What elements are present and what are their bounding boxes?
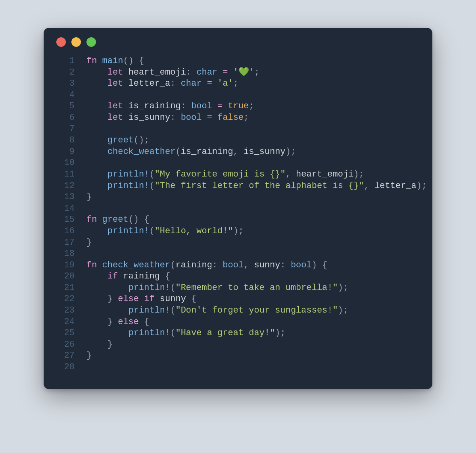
code-line[interactable]: 14 [55,203,421,215]
code-line[interactable]: 9 check_weather(is_raining, is_sunny); [55,146,421,158]
code-editor[interactable]: 1fn main() {2 let heart_emoji: char = '💚… [44,52,432,377]
token: { [317,260,327,270]
code-line[interactable]: 15fn greet() { [55,214,421,226]
token: greet [102,215,129,225]
code-line[interactable]: 22 } else if sunny { [55,294,421,305]
line-number: 10 [55,157,76,169]
code-content[interactable]: } [76,192,92,203]
code-line[interactable]: 26 } [55,339,421,351]
token: sunny [160,294,186,304]
minimize-icon[interactable] [71,37,81,47]
code-line[interactable]: 5 let is_raining: bool = true; [55,101,421,112]
token [86,135,107,145]
token [202,79,207,88]
token: fn [86,56,102,66]
code-line[interactable]: 21 println!("Remember to take an umbrell… [55,282,421,294]
code-content[interactable]: greet(); [76,135,149,146]
code-content[interactable]: fn main() { [76,56,144,67]
code-content[interactable]: } [76,237,92,249]
token: let [107,113,129,123]
code-content[interactable]: check_weather(is_raining, is_sunny); [76,146,296,158]
token: char [181,79,202,88]
token: is_raining [129,101,181,111]
code-content[interactable]: fn check_weather(raining: bool, sunny: b… [76,260,327,271]
code-content[interactable]: let is_raining: bool = true; [76,101,254,112]
code-content[interactable] [76,124,92,135]
token: ; [343,283,348,293]
code-line[interactable]: 19fn check_weather(raining: bool, sunny:… [55,260,421,271]
token: ; [249,101,254,111]
code-line[interactable]: 28 [55,362,421,373]
code-content[interactable]: let is_sunny: bool = false; [76,112,249,124]
line-number: 16 [55,226,76,237]
token: ( [149,181,154,191]
code-content[interactable]: let heart_emoji: char = '💚'; [76,67,259,79]
code-line[interactable]: 6 let is_sunny: bool = false; [55,112,421,124]
code-window: 1fn main() {2 let heart_emoji: char = '💚… [44,28,432,389]
code-content[interactable]: println!("The first letter of the alphab… [76,180,427,192]
code-line[interactable]: 20 if raining { [55,271,421,282]
token [86,169,107,179]
code-line[interactable]: 13} [55,192,421,203]
code-content[interactable] [76,248,92,260]
maximize-icon[interactable] [86,37,96,47]
code-line[interactable]: 2 let heart_emoji: char = '💚'; [55,67,421,79]
code-content[interactable] [76,157,92,169]
token: { [144,317,149,327]
code-line[interactable]: 16 println!("Hello, world!"); [55,226,421,237]
token [202,113,207,123]
code-content[interactable]: println!("My favorite emoji is {}", hear… [76,169,364,180]
token: ; [280,328,286,338]
token: ( [170,305,175,315]
code-content[interactable]: println!("Don't forget your sunglasses!"… [76,305,348,317]
code-line[interactable]: 23 println!("Don't forget your sunglasse… [55,305,421,317]
code-line[interactable]: 25 println!("Have a great day!"); [55,328,421,339]
code-line[interactable]: 7 [55,124,421,135]
token [223,101,228,111]
token: = [207,79,212,88]
token: ; [233,79,238,88]
code-line[interactable]: 3 let letter_a: char = 'a'; [55,78,421,90]
token [212,113,217,123]
close-icon[interactable] [56,37,66,47]
code-content[interactable]: } else if sunny { [76,294,196,305]
code-line[interactable]: 17} [55,237,421,249]
token: ) [416,181,422,191]
window-titlebar [44,28,432,52]
token: () [129,215,139,225]
code-line[interactable]: 18 [55,248,421,260]
token: main [102,56,123,66]
code-line[interactable]: 10 [55,157,421,169]
token: : [186,67,196,77]
code-line[interactable]: 24 } else { [55,317,421,328]
code-content[interactable] [76,362,92,373]
code-line[interactable]: 12 println!("The first letter of the alp… [55,180,421,192]
token [86,79,107,88]
code-line[interactable]: 11 println!("My favorite emoji is {}", h… [55,169,421,180]
code-content[interactable]: let letter_a: char = 'a'; [76,78,238,90]
code-content[interactable] [76,90,92,101]
token: ( [175,147,180,157]
code-content[interactable]: println!("Have a great day!"); [76,328,286,339]
code-content[interactable]: fn greet() { [76,214,149,226]
code-content[interactable]: } [76,339,113,351]
code-content[interactable]: } [76,350,92,362]
token: true [228,101,249,111]
code-line[interactable]: 8 greet(); [55,135,421,146]
code-content[interactable] [76,203,92,215]
code-line[interactable]: 4 [55,90,421,101]
code-line[interactable]: 27} [55,350,421,362]
token: greet [107,135,134,145]
code-content[interactable]: if raining { [76,271,170,282]
code-content[interactable]: println!("Hello, world!"); [76,226,244,237]
code-content[interactable]: } else { [76,317,149,328]
code-content[interactable]: println!("Remember to take an umbrella!"… [76,282,348,294]
token: "My favorite emoji is {}" [155,169,286,179]
token: "Remember to take an umbrella!" [175,283,338,293]
token: bool [291,260,312,270]
token: raining [175,260,212,270]
code-line[interactable]: 1fn main() { [55,56,421,67]
token: } [107,317,113,327]
token: ' [233,67,238,77]
token [86,67,107,77]
